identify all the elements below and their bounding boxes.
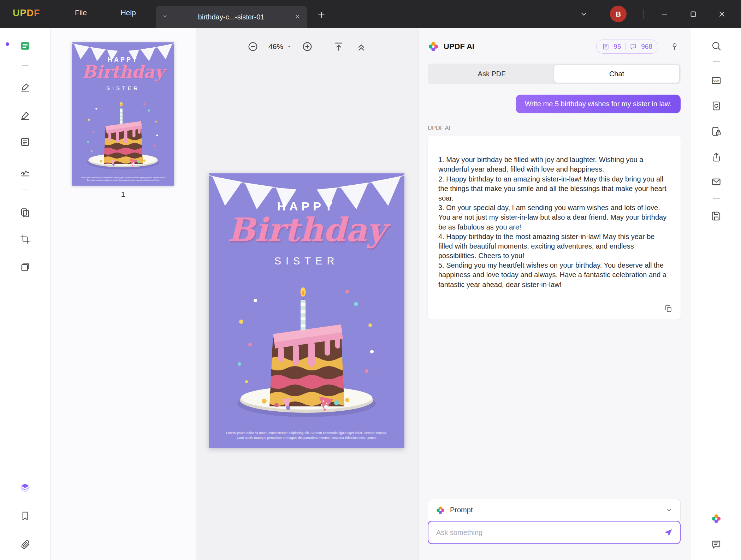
assistant-response-text: 1. May your birthday be filled with joy …: [438, 156, 666, 288]
menu-file[interactable]: File: [67, 8, 95, 17]
thumbnail-card: HAPPY Birthday SISTER Lorem ipsum dolor …: [72, 42, 174, 186]
protect-button[interactable]: [709, 124, 723, 138]
pdf-page: HAPPY Birthday SISTER Lorem ipsum dolor …: [209, 173, 404, 448]
reader-mode-icon: [20, 41, 30, 51]
send-button[interactable]: [662, 526, 675, 539]
ai-tab-bar: Ask PDF Chat: [428, 64, 681, 84]
tab-title: birthday-c...-sister-01: [173, 13, 290, 21]
ask-input-row: [428, 521, 681, 544]
tab-chat[interactable]: Chat: [554, 65, 679, 83]
comment-pen-button[interactable]: [18, 108, 32, 123]
minimize-button[interactable]: [657, 6, 672, 22]
extract-pages-button[interactable]: [18, 260, 32, 274]
logo-letter: P: [20, 8, 27, 18]
share-icon: [711, 152, 722, 162]
attachment-button[interactable]: [18, 537, 32, 552]
menu-file-label: File: [75, 8, 87, 17]
tab-ask-pdf[interactable]: Ask PDF: [429, 65, 554, 83]
prompt-chevron-down-icon: [665, 507, 672, 514]
zoom-in-button[interactable]: [300, 40, 314, 54]
updf-ai-shortcut-button[interactable]: [709, 512, 723, 526]
titlebar: UPDF File Help birthday-c...-sister-01 B: [0, 0, 741, 28]
viewer-toolbar: 46%: [196, 38, 418, 55]
tab-close-button[interactable]: [295, 13, 301, 20]
toolbar-separator: [22, 65, 29, 66]
pdf-viewer: 46% HAPPY Birthday: [196, 28, 419, 560]
highlighter-icon: [20, 82, 30, 93]
form-fields-button[interactable]: [18, 135, 32, 149]
menu-help[interactable]: Help: [114, 8, 142, 17]
organize-pages-button[interactable]: [18, 205, 32, 220]
prompt-area: Prompt: [428, 499, 681, 544]
svg-text:OCR: OCR: [713, 79, 719, 82]
titlebar-chevron-down-icon[interactable]: [579, 9, 589, 20]
updf-ai-logo-icon: [428, 41, 439, 52]
ask-input[interactable]: [428, 521, 681, 544]
card-heading-bottom: SISTER: [72, 85, 174, 91]
reader-mode-button[interactable]: [18, 39, 32, 53]
save-icon: [711, 211, 722, 221]
new-tab-button[interactable]: [315, 9, 327, 21]
app-window: UPDF File Help birthday-c...-sister-01 B: [0, 0, 741, 560]
attachment-icon: [20, 539, 30, 550]
scroll-to-top-icon: [333, 41, 344, 52]
menu-help-label: Help: [120, 8, 136, 17]
prompt-flower-icon: [436, 506, 445, 515]
copy-response-button[interactable]: [662, 303, 674, 315]
chat-count-icon: [630, 43, 637, 50]
toolbar-separator: [713, 61, 720, 62]
signature-icon: [20, 167, 30, 177]
updf-ai-flower-icon: [711, 513, 722, 524]
window-close-button[interactable]: [714, 6, 730, 22]
bookmark-button[interactable]: [18, 509, 32, 523]
card-footer-text: Lorem ipsum dolor sit amet, consectetuer…: [80, 177, 166, 181]
feedback-button[interactable]: [709, 537, 723, 552]
pin-panel-button[interactable]: [669, 41, 681, 53]
pin-icon: [670, 42, 679, 51]
crop-button[interactable]: [18, 232, 32, 246]
zoom-caret-down-icon: [287, 44, 292, 49]
left-toolbar: [0, 28, 51, 560]
chat-count: 968: [641, 43, 652, 50]
account-avatar[interactable]: B: [610, 6, 627, 22]
maximize-button[interactable]: [686, 6, 701, 22]
updf-ai-panel: UPDF AI 95 968 Ask PDF Chat Write me: [419, 28, 691, 560]
zoom-out-button[interactable]: [246, 40, 260, 54]
share-button[interactable]: [709, 150, 723, 164]
highlighter-button[interactable]: [18, 80, 32, 94]
ai-panel-header: UPDF AI 95 968: [428, 39, 681, 54]
search-button[interactable]: [709, 39, 723, 53]
updf-logo: UPDF: [13, 8, 40, 19]
save-button[interactable]: [709, 209, 723, 223]
page-up-button[interactable]: [354, 40, 368, 54]
tab-chevron-down-icon[interactable]: [162, 13, 168, 20]
logo-letter: F: [34, 8, 40, 18]
layers-button[interactable]: [18, 481, 32, 495]
zoom-out-icon: [247, 41, 259, 52]
ai-panel-title: UPDF AI: [444, 42, 474, 51]
prompt-selector[interactable]: Prompt: [428, 499, 681, 521]
ocr-icon: OCR: [711, 75, 722, 86]
convert-icon: [711, 101, 722, 111]
logo-letter: D: [27, 8, 34, 18]
scroll-to-top-button[interactable]: [332, 40, 346, 54]
zoom-in-icon: [302, 41, 313, 52]
signature-button[interactable]: [18, 165, 32, 179]
document-lock-icon: [711, 126, 722, 137]
crop-icon: [20, 234, 30, 244]
double-chevron-up-icon: [356, 41, 367, 52]
ai-usage-badge[interactable]: 95 968: [596, 40, 658, 54]
zoom-level-select[interactable]: 46%: [268, 42, 292, 51]
ocr-button[interactable]: OCR: [709, 73, 723, 88]
tab-ask-pdf-label: Ask PDF: [478, 70, 506, 78]
avatar-initial: B: [616, 10, 621, 18]
organize-pages-icon: [20, 207, 30, 218]
logo-letter: U: [13, 8, 20, 18]
convert-button[interactable]: [709, 99, 723, 113]
assistant-response-card: 1. May your birthday be filled with joy …: [428, 136, 681, 320]
page-thumbnail[interactable]: HAPPY Birthday SISTER Lorem ipsum dolor …: [72, 42, 174, 186]
card-heading-script: Birthday: [209, 211, 404, 249]
token-count-icon: [602, 43, 609, 50]
email-button[interactable]: [709, 175, 723, 189]
document-tab[interactable]: birthday-c...-sister-01: [156, 6, 307, 28]
